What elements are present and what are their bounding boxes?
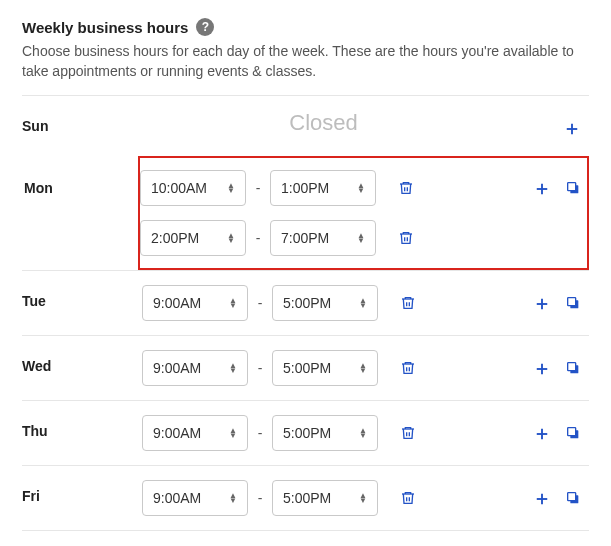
row-actions	[505, 480, 585, 512]
start-time-select[interactable]: 9:00AM▲▼	[142, 415, 248, 451]
svg-rect-5	[568, 363, 576, 371]
start-time-select[interactable]: 9:00AM▲▼	[142, 350, 248, 386]
delete-slot-button[interactable]	[396, 421, 420, 445]
svg-rect-7	[568, 428, 576, 436]
end-time-value: 5:00PM	[283, 360, 331, 376]
row-actions	[505, 285, 585, 317]
day-label: Mon	[24, 172, 140, 196]
trash-icon	[400, 490, 416, 506]
end-time-select[interactable]: 7:00PM▲▼	[270, 220, 376, 256]
trash-icon	[398, 230, 414, 246]
time-separator: -	[248, 490, 272, 506]
delete-slot-button[interactable]	[396, 486, 420, 510]
delete-slot-button[interactable]	[394, 176, 418, 200]
select-arrows-icon: ▲▼	[359, 298, 367, 308]
end-time-select[interactable]: 5:00PM▲▼	[272, 480, 378, 516]
select-arrows-icon: ▲▼	[229, 493, 237, 503]
time-separator: -	[246, 230, 270, 246]
slots-area: 9:00AM▲▼-5:00PM▲▼	[142, 350, 505, 386]
section-title: Weekly business hours	[22, 19, 188, 36]
trash-icon	[400, 295, 416, 311]
copy-icon	[565, 490, 581, 506]
start-time-value: 2:00PM	[151, 230, 199, 246]
time-slot: 10:00AM▲▼-1:00PM▲▼	[140, 170, 505, 206]
add-slot-button[interactable]	[529, 176, 555, 202]
select-arrows-icon: ▲▼	[229, 363, 237, 373]
plus-icon	[533, 425, 551, 443]
day-label: Tue	[22, 285, 142, 309]
time-slot: 9:00AM▲▼-5:00PM▲▼	[142, 285, 505, 321]
start-time-value: 9:00AM	[153, 425, 201, 441]
end-time-value: 7:00PM	[281, 230, 329, 246]
delete-slot-button[interactable]	[396, 356, 420, 380]
time-slot: 9:00AM▲▼-5:00PM▲▼	[142, 415, 505, 451]
day-row: Tue9:00AM▲▼-5:00PM▲▼	[22, 270, 589, 335]
select-arrows-icon: ▲▼	[227, 183, 235, 193]
end-time-value: 5:00PM	[283, 490, 331, 506]
select-arrows-icon: ▲▼	[227, 233, 235, 243]
time-slot: 9:00AM▲▼-5:00PM▲▼	[142, 350, 505, 386]
copy-hours-button[interactable]	[561, 291, 585, 315]
add-slot-button[interactable]	[529, 291, 555, 317]
closed-label: Closed	[142, 110, 505, 136]
time-separator: -	[246, 180, 270, 196]
copy-icon	[565, 180, 581, 196]
time-separator: -	[248, 425, 272, 441]
days-list: SunClosedMon10:00AM▲▼-1:00PM▲▼2:00PM▲▼-7…	[22, 95, 589, 546]
day-label: Sun	[22, 110, 142, 134]
start-time-select[interactable]: 10:00AM▲▼	[140, 170, 246, 206]
select-arrows-icon: ▲▼	[357, 233, 365, 243]
row-actions	[505, 415, 585, 447]
add-slot-button[interactable]	[559, 116, 585, 142]
select-arrows-icon: ▲▼	[359, 363, 367, 373]
day-row: SatClosed	[22, 530, 589, 546]
trash-icon	[398, 180, 414, 196]
delete-slot-button[interactable]	[396, 291, 420, 315]
select-arrows-icon: ▲▼	[357, 183, 365, 193]
copy-hours-button[interactable]	[561, 486, 585, 510]
svg-rect-1	[568, 183, 576, 191]
slots-area: 9:00AM▲▼-5:00PM▲▼	[142, 415, 505, 451]
end-time-select[interactable]: 5:00PM▲▼	[272, 415, 378, 451]
start-time-value: 9:00AM	[153, 490, 201, 506]
slots-area: 9:00AM▲▼-5:00PM▲▼	[142, 480, 505, 516]
end-time-value: 5:00PM	[283, 295, 331, 311]
plus-icon	[533, 360, 551, 378]
add-slot-button[interactable]	[529, 486, 555, 512]
add-slot-button[interactable]	[529, 356, 555, 382]
end-time-select[interactable]: 1:00PM▲▼	[270, 170, 376, 206]
svg-rect-3	[568, 298, 576, 306]
start-time-select[interactable]: 9:00AM▲▼	[142, 480, 248, 516]
start-time-select[interactable]: 9:00AM▲▼	[142, 285, 248, 321]
select-arrows-icon: ▲▼	[229, 298, 237, 308]
delete-slot-button[interactable]	[394, 226, 418, 250]
day-row: SunClosed	[22, 95, 589, 156]
plus-icon	[533, 490, 551, 508]
plus-icon	[563, 120, 581, 138]
end-time-select[interactable]: 5:00PM▲▼	[272, 285, 378, 321]
day-row: Fri9:00AM▲▼-5:00PM▲▼	[22, 465, 589, 530]
add-slot-button[interactable]	[529, 421, 555, 447]
copy-hours-button[interactable]	[561, 421, 585, 445]
time-separator: -	[248, 295, 272, 311]
end-time-value: 5:00PM	[283, 425, 331, 441]
plus-icon	[533, 180, 551, 198]
day-row: Thu9:00AM▲▼-5:00PM▲▼	[22, 400, 589, 465]
time-separator: -	[248, 360, 272, 376]
day-label: Fri	[22, 480, 142, 504]
plus-icon	[533, 295, 551, 313]
select-arrows-icon: ▲▼	[229, 428, 237, 438]
day-label: Wed	[22, 350, 142, 374]
row-actions	[505, 350, 585, 382]
help-icon[interactable]: ?	[196, 18, 214, 36]
start-time-select[interactable]: 2:00PM▲▼	[140, 220, 246, 256]
copy-hours-button[interactable]	[561, 356, 585, 380]
slots-area: Closed	[142, 110, 505, 136]
copy-icon	[565, 360, 581, 376]
copy-hours-button[interactable]	[561, 176, 585, 200]
day-label: Thu	[22, 415, 142, 439]
slots-area: 9:00AM▲▼-5:00PM▲▼	[142, 285, 505, 321]
end-time-select[interactable]: 5:00PM▲▼	[272, 350, 378, 386]
day-row: Mon10:00AM▲▼-1:00PM▲▼2:00PM▲▼-7:00PM▲▼	[138, 156, 589, 270]
svg-rect-9	[568, 493, 576, 501]
